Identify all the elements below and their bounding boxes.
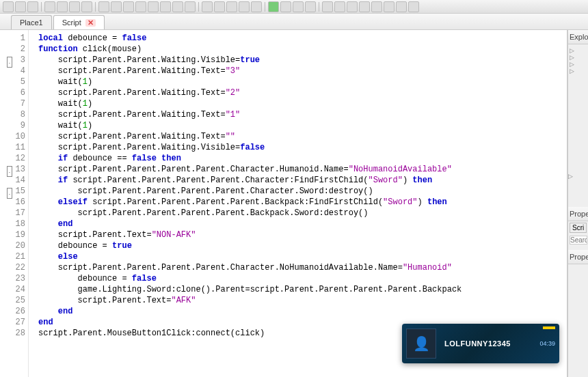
toolbar-button[interactable] <box>123 1 134 12</box>
toolbar-button[interactable] <box>27 1 38 12</box>
toolbar-button[interactable] <box>15 1 26 12</box>
toolbar-button[interactable] <box>251 1 262 12</box>
tab-script[interactable]: Script ✕ <box>53 15 105 29</box>
toolbar-button[interactable] <box>408 1 419 12</box>
tab-place1[interactable]: Place1 <box>11 15 52 29</box>
tab-bar: Place1 Script ✕ <box>0 14 588 30</box>
main-toolbar <box>0 0 588 14</box>
toolbar-button[interactable] <box>98 1 109 12</box>
tree-expand-icon[interactable]: ▷ <box>570 54 587 61</box>
toolbar-button[interactable] <box>226 1 237 12</box>
tab-label: Script <box>62 18 81 27</box>
tab-label: Place1 <box>20 18 43 27</box>
script-button[interactable]: Scri <box>570 223 587 233</box>
notification-accent <box>543 326 555 329</box>
toolbar-button[interactable] <box>57 1 68 12</box>
toolbar-button[interactable] <box>148 1 159 12</box>
notification-time: 04:39 <box>539 340 555 347</box>
toolbar-button[interactable] <box>214 1 225 12</box>
toolbar-button[interactable] <box>239 1 250 12</box>
toolbar-button[interactable] <box>160 1 171 12</box>
close-icon[interactable]: ✕ <box>85 19 96 27</box>
toolbar-button[interactable] <box>280 1 291 12</box>
notification-username: LOLFUNNY12345 <box>444 339 534 348</box>
friend-notification[interactable]: 👤 LOLFUNNY12345 04:39 <box>402 324 559 363</box>
toolbar-button[interactable] <box>111 1 122 12</box>
properties-header[interactable]: Prope <box>568 207 588 221</box>
tree-expand-icon[interactable]: ▷ <box>570 47 587 54</box>
toolbar-button[interactable] <box>384 1 395 12</box>
toolbar-button[interactable] <box>81 1 92 12</box>
toolbar-button[interactable] <box>305 1 316 12</box>
toolbar-button[interactable] <box>347 1 358 12</box>
toolbar-button[interactable] <box>359 1 370 12</box>
toolbar-button[interactable] <box>396 1 407 12</box>
explorer-header[interactable]: Explo <box>568 30 588 44</box>
toolbar-button[interactable] <box>69 1 80 12</box>
line-gutter: 12-3456789101112-1314-151617181920212223… <box>0 30 29 377</box>
properties-header-2[interactable]: Prope <box>568 250 588 264</box>
toolbar-button[interactable] <box>334 1 345 12</box>
toolbar-button[interactable] <box>185 1 196 12</box>
tree-expand-icon[interactable]: ▷ <box>570 61 587 68</box>
toolbar-button[interactable] <box>202 1 213 12</box>
avatar: 👤 <box>406 329 436 359</box>
tree-expand-icon[interactable]: ▷ <box>568 173 588 180</box>
toolbar-button[interactable] <box>3 1 14 12</box>
toolbar-button[interactable] <box>44 1 55 12</box>
side-panel: Explo ▷ ▷ ▷ ▷ ▷ Prope Scri Prope <box>567 30 588 377</box>
toolbar-button[interactable] <box>371 1 382 12</box>
toolbar-button[interactable] <box>135 1 146 12</box>
toolbar-button[interactable] <box>172 1 183 12</box>
play-button[interactable] <box>268 1 279 12</box>
toolbar-button[interactable] <box>322 1 333 12</box>
search-input[interactable] <box>570 236 587 245</box>
tree-expand-icon[interactable]: ▷ <box>570 68 587 74</box>
toolbar-button[interactable] <box>293 1 304 12</box>
